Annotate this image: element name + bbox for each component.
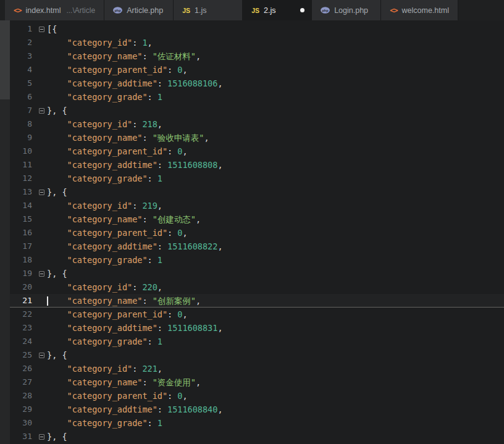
- code-line[interactable]: 1[{: [10, 22, 504, 36]
- code-text[interactable]: "category_parent_id": 0,: [47, 308, 188, 321]
- code-text[interactable]: "category_name": "资金使用",: [47, 375, 201, 389]
- line-number[interactable]: 5: [10, 77, 36, 90]
- code-line[interactable]: 29 "category_addtime": 1511608840,: [10, 403, 504, 416]
- code-line[interactable]: 25}, {: [10, 348, 504, 362]
- code-text[interactable]: "category_grade": 1: [47, 90, 162, 104]
- code-line[interactable]: 7}, {: [10, 104, 504, 117]
- code-line[interactable]: 17 "category_addtime": 1511608822,: [10, 240, 504, 253]
- line-number[interactable]: 7: [10, 104, 36, 117]
- line-number[interactable]: 8: [10, 117, 36, 131]
- code-line[interactable]: 31}, {: [10, 430, 504, 443]
- line-number[interactable]: 3: [10, 49, 36, 63]
- code-line[interactable]: 20 "category_id": 220,: [10, 280, 504, 294]
- code-line[interactable]: 24 "category_grade": 1: [10, 335, 504, 348]
- line-number[interactable]: 15: [10, 212, 36, 226]
- code-line[interactable]: 8 "category_id": 218,: [10, 117, 504, 131]
- code-line[interactable]: 9 "category_name": "验收申请表",: [10, 131, 504, 145]
- line-number[interactable]: 21: [10, 294, 36, 308]
- fold-toggle-icon[interactable]: [39, 434, 44, 440]
- code-text[interactable]: }, {: [47, 348, 67, 362]
- tab-article-php[interactable]: phpArticle.php: [104, 0, 174, 20]
- code-line[interactable]: 30 "category_grade": 1: [10, 416, 504, 430]
- tab-welcome-html[interactable]: <>welcome.html: [381, 0, 458, 20]
- code-text[interactable]: "category_parent_id": 0,: [47, 389, 188, 403]
- code-line[interactable]: 14 "category_id": 219,: [10, 199, 504, 212]
- line-number[interactable]: 17: [10, 240, 36, 253]
- fold-toggle-icon[interactable]: [39, 271, 44, 277]
- code-text[interactable]: }, {: [47, 185, 67, 199]
- code-text[interactable]: "category_name": "创建动态",: [47, 212, 201, 226]
- line-number[interactable]: 13: [10, 185, 36, 199]
- code-text[interactable]: "category_grade": 1: [47, 416, 162, 430]
- code-line-current[interactable]: 21 "category_name": "创新案例",: [10, 294, 504, 308]
- code-line[interactable]: 18 "category_grade": 1: [10, 253, 504, 267]
- code-line[interactable]: 19}, {: [10, 267, 504, 280]
- code-text[interactable]: "category_addtime": 1511608808,: [47, 158, 223, 172]
- code-line[interactable]: 23 "category_addtime": 1511608831,: [10, 321, 504, 335]
- tab-login-php[interactable]: phpLogin.php: [312, 0, 381, 20]
- code-line[interactable]: 15 "category_name": "创建动态",: [10, 212, 504, 226]
- code-text[interactable]: "category_id": 218,: [47, 117, 162, 131]
- code-line[interactable]: 27 "category_name": "资金使用",: [10, 375, 504, 389]
- code-text[interactable]: [{: [47, 22, 57, 36]
- code-text[interactable]: "category_addtime": 1511608822,: [47, 240, 223, 253]
- line-number[interactable]: 25: [10, 348, 36, 362]
- line-number[interactable]: 23: [10, 321, 36, 335]
- code-text[interactable]: "category_id": 1,: [47, 36, 153, 49]
- code-line[interactable]: 3 "category_name": "佐证材料",: [10, 49, 504, 63]
- code-line[interactable]: 6 "category_grade": 1: [10, 90, 504, 104]
- line-number[interactable]: 31: [10, 430, 36, 443]
- code-text[interactable]: "category_name": "佐证材料",: [47, 49, 201, 63]
- fold-toggle-icon[interactable]: [39, 108, 44, 114]
- code-text[interactable]: }, {: [47, 267, 67, 280]
- code-text[interactable]: "category_parent_id": 0,: [47, 145, 188, 158]
- code-line[interactable]: 13}, {: [10, 185, 504, 199]
- fold-toggle-icon[interactable]: [39, 27, 44, 32]
- fold-toggle-icon[interactable]: [39, 190, 44, 195]
- code-text[interactable]: "category_parent_id": 0,: [47, 63, 188, 77]
- left-scrollbar[interactable]: [0, 20, 10, 444]
- code-text[interactable]: }, {: [47, 104, 67, 117]
- code-text[interactable]: "category_id": 221,: [47, 362, 162, 375]
- line-number[interactable]: 11: [10, 158, 36, 172]
- code-text[interactable]: }, {: [47, 430, 67, 443]
- line-number[interactable]: 12: [10, 172, 36, 185]
- code-line[interactable]: 16 "category_parent_id": 0,: [10, 226, 504, 240]
- tab-1-js[interactable]: JS1.js: [174, 0, 243, 20]
- code-text[interactable]: "category_addtime": 1511608840,: [47, 403, 223, 416]
- tab-2-js[interactable]: JS2.js: [243, 0, 312, 20]
- line-number[interactable]: 19: [10, 267, 36, 280]
- code-line[interactable]: 12 "category_grade": 1: [10, 172, 504, 185]
- line-number[interactable]: 28: [10, 389, 36, 403]
- line-number[interactable]: 26: [10, 362, 36, 375]
- line-number[interactable]: 30: [10, 416, 36, 430]
- tab-index-html[interactable]: <>index.html...\Article: [5, 0, 104, 20]
- code-line[interactable]: 22 "category_parent_id": 0,: [10, 308, 504, 321]
- code-text[interactable]: "category_addtime": 1516088106,: [47, 77, 223, 90]
- line-number[interactable]: 9: [10, 131, 36, 145]
- code-text[interactable]: "category_name": "创新案例",: [47, 294, 201, 308]
- line-number[interactable]: 27: [10, 375, 36, 389]
- line-number[interactable]: 6: [10, 90, 36, 104]
- code-line[interactable]: 4 "category_parent_id": 0,: [10, 63, 504, 77]
- code-text[interactable]: "category_addtime": 1511608831,: [47, 321, 223, 335]
- line-number[interactable]: 24: [10, 335, 36, 348]
- code-text[interactable]: "category_grade": 1: [47, 335, 162, 348]
- line-number[interactable]: 10: [10, 145, 36, 158]
- code-line[interactable]: 28 "category_parent_id": 0,: [10, 389, 504, 403]
- line-number[interactable]: 20: [10, 280, 36, 294]
- code-line[interactable]: 11 "category_addtime": 1511608808,: [10, 158, 504, 172]
- code-text[interactable]: "category_grade": 1: [47, 253, 162, 267]
- code-line[interactable]: 10 "category_parent_id": 0,: [10, 145, 504, 158]
- line-number[interactable]: 2: [10, 36, 36, 49]
- code-area[interactable]: 1[{2 "category_id": 1,3 "category_name":…: [10, 20, 504, 444]
- line-number[interactable]: 29: [10, 403, 36, 416]
- code-text[interactable]: "category_id": 220,: [47, 280, 162, 294]
- fold-toggle-icon[interactable]: [39, 353, 44, 358]
- line-number[interactable]: 14: [10, 199, 36, 212]
- code-text[interactable]: "category_name": "验收申请表",: [47, 131, 209, 145]
- code-text[interactable]: "category_id": 219,: [47, 199, 162, 212]
- code-text[interactable]: "category_parent_id": 0,: [47, 226, 188, 240]
- scrollbar-thumb[interactable]: [0, 20, 10, 99]
- code-line[interactable]: 26 "category_id": 221,: [10, 362, 504, 375]
